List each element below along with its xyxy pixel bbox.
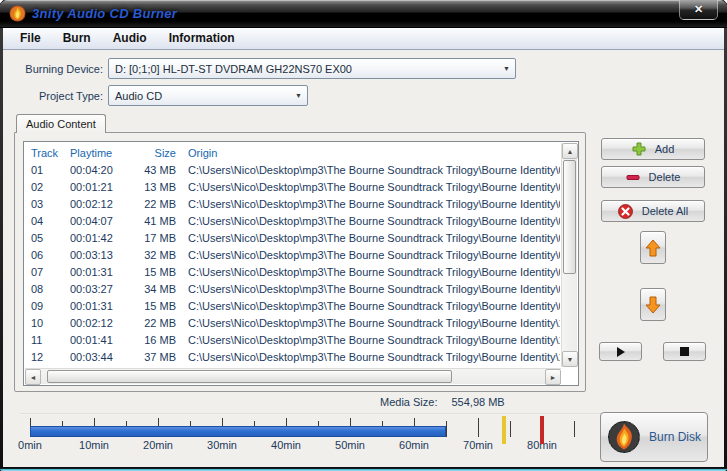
- move-down-button[interactable]: [640, 288, 666, 321]
- cell-playtime: 00:01:31: [70, 266, 132, 278]
- cell-size: 32 MB: [132, 249, 180, 261]
- horizontal-scrollbar[interactable]: ◄ ►: [25, 368, 561, 384]
- track-list: Track Playtime Size Origin 01 00:04:20 4…: [23, 141, 579, 386]
- cell-size: 34 MB: [132, 283, 180, 295]
- cell-playtime: 00:02:12: [70, 317, 132, 329]
- client-area: Burning Device: D: [0;1;0] HL-DT-ST DVDR…: [3, 50, 724, 467]
- cell-size: 22 MB: [132, 198, 180, 210]
- menu-burn[interactable]: Burn: [52, 28, 102, 49]
- burning-device-value: D: [0;1;0] HL-DT-ST DVDRAM GH22NS70 EX00: [109, 63, 498, 75]
- scroll-down-icon: ▼: [567, 356, 574, 363]
- timeline-label: 20min: [143, 439, 173, 451]
- project-type-select[interactable]: Audio CD ▼: [108, 85, 308, 106]
- table-row[interactable]: 04 00:04:07 41 MB C:\Users\Nico\Desktop\…: [24, 212, 560, 229]
- scroll-left-button[interactable]: ◄: [25, 369, 41, 385]
- delete-all-button[interactable]: Delete All: [601, 200, 705, 222]
- title-bar: 3nity Audio CD Burner ✕: [0, 0, 727, 28]
- project-type-label: Project Type:: [8, 90, 103, 102]
- track-list-header: Track Playtime Size Origin: [24, 144, 560, 162]
- scroll-down-button[interactable]: ▼: [562, 351, 578, 367]
- table-row[interactable]: 11 00:01:41 16 MB C:\Users\Nico\Desktop\…: [24, 331, 560, 348]
- move-up-button[interactable]: [640, 231, 666, 264]
- cd-650mb-marker: [502, 416, 506, 444]
- cell-size: 15 MB: [132, 300, 180, 312]
- timeline-label: 10min: [79, 439, 109, 451]
- cell-origin: C:\Users\Nico\Desktop\mp3\The Bourne Sou…: [180, 266, 560, 278]
- cell-size: 41 MB: [132, 215, 180, 227]
- menu-file[interactable]: File: [9, 28, 52, 49]
- timeline-scale: 0min10min20min30min40min50min60min70min8…: [28, 418, 588, 454]
- menu-audio[interactable]: Audio: [102, 28, 158, 49]
- table-row[interactable]: 09 00:01:31 15 MB C:\Users\Nico\Desktop\…: [24, 297, 560, 314]
- cell-playtime: 00:01:31: [70, 300, 132, 312]
- column-header-size[interactable]: Size: [132, 147, 180, 159]
- scroll-up-icon: ▲: [567, 148, 574, 155]
- table-row[interactable]: 12 00:03:44 37 MB C:\Users\Nico\Desktop\…: [24, 348, 560, 365]
- scroll-up-button[interactable]: ▲: [562, 143, 578, 159]
- cell-playtime: 00:04:07: [70, 215, 132, 227]
- chevron-down-icon: ▼: [290, 92, 307, 99]
- table-row[interactable]: 08 00:03:27 34 MB C:\Users\Nico\Desktop\…: [24, 280, 560, 297]
- menu-information[interactable]: Information: [158, 28, 246, 49]
- burn-disk-icon: [607, 420, 641, 454]
- table-row[interactable]: 05 00:01:42 17 MB C:\Users\Nico\Desktop\…: [24, 229, 560, 246]
- cell-track: 10: [24, 317, 70, 329]
- scroll-left-icon: ◄: [30, 374, 37, 381]
- burning-device-select[interactable]: D: [0;1;0] HL-DT-ST DVDRAM GH22NS70 EX00…: [108, 58, 516, 79]
- flame-app-icon: [9, 5, 26, 22]
- media-fill-bar: [30, 426, 446, 437]
- burn-disk-button[interactable]: Burn Disk: [600, 412, 708, 462]
- timeline-label: 70min: [463, 439, 493, 451]
- add-button[interactable]: Add: [601, 138, 705, 160]
- media-size-line: Media Size: 554,98 MB: [380, 396, 505, 408]
- column-header-origin[interactable]: Origin: [180, 147, 560, 159]
- table-row[interactable]: 06 00:03:13 32 MB C:\Users\Nico\Desktop\…: [24, 246, 560, 263]
- column-header-track[interactable]: Track: [24, 147, 70, 159]
- play-button[interactable]: [599, 342, 642, 361]
- column-header-playtime[interactable]: Playtime: [70, 147, 132, 159]
- stop-button[interactable]: [663, 342, 706, 361]
- cell-track: 03: [24, 198, 70, 210]
- cell-size: 37 MB: [132, 351, 180, 363]
- cell-track: 04: [24, 215, 70, 227]
- cell-origin: C:\Users\Nico\Desktop\mp3\The Bourne Sou…: [180, 249, 560, 261]
- tab-audio-content[interactable]: Audio Content: [16, 114, 106, 133]
- timeline-tick: [478, 418, 479, 437]
- cell-playtime: 00:04:20: [70, 164, 132, 176]
- delete-button[interactable]: Delete: [601, 166, 705, 188]
- timeline-tick: [510, 421, 511, 437]
- cd-700mb-marker: [540, 416, 544, 444]
- menu-bar: File Burn Audio Information: [3, 28, 724, 50]
- separator-line: [20, 413, 628, 415]
- cell-playtime: 00:01:21: [70, 181, 132, 193]
- add-button-label: Add: [655, 143, 675, 155]
- cell-track: 06: [24, 249, 70, 261]
- cell-origin: C:\Users\Nico\Desktop\mp3\The Bourne Sou…: [180, 181, 560, 193]
- horizontal-scroll-thumb[interactable]: [47, 370, 452, 383]
- cell-origin: C:\Users\Nico\Desktop\mp3\The Bourne Sou…: [180, 300, 560, 312]
- cell-origin: C:\Users\Nico\Desktop\mp3\The Bourne Sou…: [180, 198, 560, 210]
- vertical-scroll-thumb[interactable]: [563, 160, 576, 274]
- timeline-label: 50min: [335, 439, 365, 451]
- close-button[interactable]: ✕: [679, 0, 718, 20]
- window-title: 3nity Audio CD Burner: [32, 6, 177, 21]
- close-icon: ✕: [694, 3, 703, 15]
- cell-track: 12: [24, 351, 70, 363]
- table-row[interactable]: 03 00:02:12 22 MB C:\Users\Nico\Desktop\…: [24, 195, 560, 212]
- table-row[interactable]: 10 00:02:12 22 MB C:\Users\Nico\Desktop\…: [24, 314, 560, 331]
- timeline-tick: [446, 421, 447, 437]
- window-bottom-edge: [0, 467, 727, 471]
- scroll-right-button[interactable]: ►: [545, 369, 561, 385]
- table-row[interactable]: 02 00:01:21 13 MB C:\Users\Nico\Desktop\…: [24, 178, 560, 195]
- vertical-scrollbar[interactable]: ▲ ▼: [561, 143, 577, 367]
- table-row[interactable]: 07 00:01:31 15 MB C:\Users\Nico\Desktop\…: [24, 263, 560, 280]
- burning-device-label: Burning Device:: [8, 63, 103, 75]
- cell-playtime: 00:02:12: [70, 198, 132, 210]
- cell-size: 17 MB: [132, 232, 180, 244]
- media-size-label: Media Size:: [380, 396, 437, 408]
- table-row[interactable]: 01 00:04:20 43 MB C:\Users\Nico\Desktop\…: [24, 161, 560, 178]
- cell-track: 02: [24, 181, 70, 193]
- cell-origin: C:\Users\Nico\Desktop\mp3\The Bourne Sou…: [180, 334, 560, 346]
- cell-size: 15 MB: [132, 266, 180, 278]
- cell-origin: C:\Users\Nico\Desktop\mp3\The Bourne Sou…: [180, 215, 560, 227]
